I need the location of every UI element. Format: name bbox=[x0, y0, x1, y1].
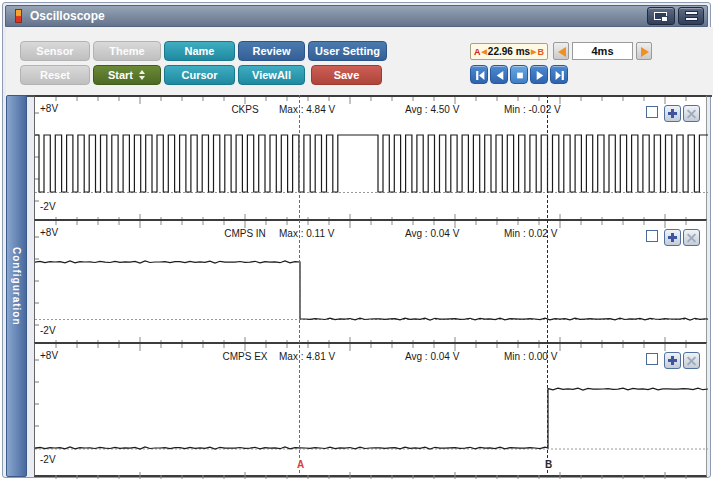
min-stat: Min : -0.02 V bbox=[504, 104, 561, 115]
channel-close-button[interactable] bbox=[683, 105, 700, 122]
screen-capture-icon bbox=[654, 12, 667, 20]
app-icon bbox=[15, 9, 22, 23]
configuration-tab-label: Configuration bbox=[11, 247, 22, 326]
review-button[interactable]: Review bbox=[238, 41, 305, 61]
theme-button[interactable]: Theme bbox=[93, 41, 161, 61]
channel-visible-checkbox[interactable] bbox=[646, 230, 658, 242]
max-stat: Max : 4.81 V bbox=[279, 351, 335, 362]
play-icon bbox=[534, 70, 546, 81]
max-stat: Max : 0.11 V bbox=[279, 228, 334, 239]
title-bar: Oscilloscope bbox=[5, 5, 708, 27]
stop-icon bbox=[514, 70, 526, 81]
channel-add-button[interactable] bbox=[664, 229, 681, 246]
cmps-in-waveform bbox=[35, 221, 708, 344]
save-button[interactable]: Save bbox=[311, 65, 382, 85]
left-triangle-icon bbox=[558, 47, 566, 57]
cursor-a-label: A bbox=[474, 47, 481, 57]
capture-window-button[interactable] bbox=[647, 7, 675, 25]
ckps-waveform bbox=[35, 97, 708, 221]
channel-close-button[interactable] bbox=[683, 229, 700, 246]
top-voltage-label: +8V bbox=[40, 227, 58, 238]
avg-stat: Avg : 4.50 V bbox=[405, 104, 459, 115]
min-stat: Min : 0.02 V bbox=[504, 228, 557, 239]
channel-panel-cmps-ex: +8V -2V CMPS EX Max : 4.81 V Avg : 0.04 … bbox=[34, 342, 707, 477]
bottom-voltage-label: -2V bbox=[40, 201, 56, 212]
cursor-button[interactable]: Cursor bbox=[164, 65, 235, 85]
skip-end-icon bbox=[554, 70, 566, 81]
skip-start-icon bbox=[474, 70, 486, 81]
channel-visible-checkbox[interactable] bbox=[646, 106, 658, 118]
channel-close-button[interactable] bbox=[683, 352, 700, 369]
start-button-label: Start bbox=[108, 69, 133, 81]
right-arrow-icon: ▶ bbox=[531, 48, 536, 56]
window-title: Oscilloscope bbox=[30, 9, 105, 23]
start-button[interactable]: Start bbox=[93, 65, 161, 85]
bottom-voltage-label: -2V bbox=[40, 325, 56, 336]
timebase-increase-button[interactable] bbox=[636, 42, 652, 60]
cursor-b-line[interactable]: B bbox=[547, 95, 548, 474]
timebase-decrease-button[interactable] bbox=[553, 42, 569, 60]
cursor-b-marker[interactable]: B bbox=[544, 459, 553, 470]
cursor-a-marker[interactable]: A bbox=[296, 459, 305, 470]
avg-stat: Avg : 0.04 V bbox=[405, 228, 459, 239]
ab-cursor-readout: A ◀ 22.96 ms ▶ B bbox=[470, 43, 548, 60]
configuration-tab[interactable]: Configuration bbox=[6, 95, 27, 477]
play-button[interactable] bbox=[530, 65, 548, 84]
cursor-b-label: B bbox=[537, 47, 544, 57]
bottom-voltage-label: -2V bbox=[40, 454, 56, 465]
max-stat: Max : 4.84 V bbox=[279, 104, 335, 115]
step-back-button[interactable] bbox=[490, 65, 508, 84]
stop-button[interactable] bbox=[510, 65, 528, 84]
channel-panel-ckps: +8V -2V CKPS Max : 4.84 V Avg : 4.50 V M… bbox=[34, 95, 707, 219]
oscilloscope-window: Oscilloscope Sensor Theme Name Review Us… bbox=[0, 0, 713, 480]
spinner-arrows-icon bbox=[139, 70, 146, 80]
left-arrow-icon: ◀ bbox=[481, 48, 486, 56]
min-stat: Min : 0.00 V bbox=[504, 351, 557, 362]
cmps-ex-waveform bbox=[35, 344, 708, 479]
top-voltage-label: +8V bbox=[40, 103, 58, 114]
panel-layout-button[interactable] bbox=[678, 7, 704, 25]
skip-to-end-button[interactable] bbox=[550, 65, 568, 84]
channel-panel-cmps-in: +8V -2V CMPS IN Max : 0.11 V Avg : 0.04 … bbox=[34, 219, 707, 342]
channel-add-button[interactable] bbox=[664, 105, 681, 122]
viewall-button[interactable]: ViewAll bbox=[238, 65, 305, 85]
back-icon bbox=[494, 70, 506, 81]
skip-to-start-button[interactable] bbox=[470, 65, 488, 84]
stacked-panels-icon bbox=[685, 11, 698, 22]
top-voltage-label: +8V bbox=[40, 350, 58, 361]
avg-stat: Avg : 0.04 V bbox=[405, 351, 459, 362]
reset-button[interactable]: Reset bbox=[20, 65, 90, 85]
right-triangle-icon bbox=[641, 47, 649, 57]
cursor-a-line[interactable]: A bbox=[299, 95, 300, 474]
user-setting-button[interactable]: User Setting bbox=[308, 41, 387, 61]
channel-visible-checkbox[interactable] bbox=[646, 353, 658, 365]
toolbar: Sensor Theme Name Review User Setting Re… bbox=[6, 27, 713, 95]
channel-add-button[interactable] bbox=[664, 352, 681, 369]
timebase-value[interactable]: 4ms bbox=[572, 42, 633, 60]
sensor-button[interactable]: Sensor bbox=[20, 41, 90, 61]
ab-time-value: 22.96 ms bbox=[488, 46, 530, 57]
name-button[interactable]: Name bbox=[164, 41, 235, 61]
